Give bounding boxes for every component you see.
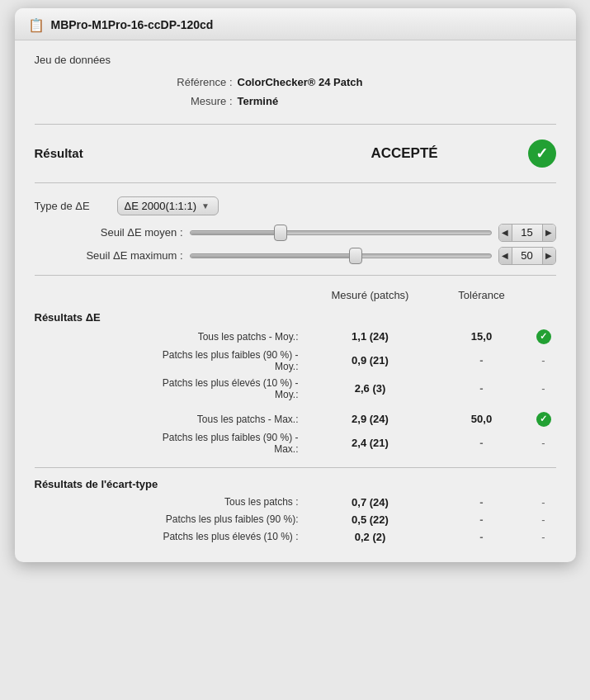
divider-2 bbox=[35, 182, 556, 183]
std-section-title: Résultats de l'écart-type bbox=[35, 478, 556, 490]
row-tolerance: 15,0 bbox=[432, 330, 531, 343]
row-tolerance: 50,0 bbox=[432, 413, 531, 425]
table-row: Tous les patchs - Max.: 2,9 (24) 50,0 ✓ bbox=[35, 409, 556, 429]
result-check-icon: ✓ bbox=[528, 140, 556, 168]
slider-max-value: 50 bbox=[512, 249, 542, 262]
row-label: Patchs les plus faibles (90 %) -Moy.: bbox=[35, 349, 309, 372]
delta-e-dropdown[interactable]: ΔE 2000(1:1:1) ▼ bbox=[117, 196, 219, 215]
row-status: ✓ bbox=[531, 412, 556, 427]
slider-mean-label: Seuil ΔE moyen : bbox=[35, 226, 183, 239]
slider-max-track[interactable] bbox=[190, 253, 492, 258]
title-bar: 📋 MBPro-M1Pro-16-ccDP-120cd bbox=[15, 8, 576, 40]
row-status: - bbox=[531, 354, 556, 367]
row-label: Patchs les plus élevés (10 %) : bbox=[35, 531, 309, 542]
row-tolerance: - bbox=[432, 354, 531, 367]
row-measured: 0,5 (22) bbox=[309, 513, 432, 526]
row-status: - bbox=[531, 496, 556, 508]
row-check-icon: ✓ bbox=[536, 412, 551, 427]
slider-max-row: Seuil ΔE maximum : ◀ 50 ▶ bbox=[35, 247, 556, 265]
row-measured: 2,9 (24) bbox=[309, 413, 432, 425]
divider-1 bbox=[35, 124, 556, 125]
delta-e-dropdown-value: ΔE 2000(1:1:1) bbox=[125, 200, 196, 212]
table-row: Patchs les plus faibles (90 %): 0,5 (22)… bbox=[35, 511, 556, 528]
slider-max-decrement[interactable]: ◀ bbox=[499, 247, 512, 265]
row-measured: 1,1 (24) bbox=[309, 330, 432, 343]
table-row: Patchs les plus faibles (90 %) -Max.: 2,… bbox=[35, 429, 556, 457]
content-area: Jeu de données Référence : ColorChecker®… bbox=[15, 40, 576, 562]
delta-e-label: Type de ΔE bbox=[35, 200, 109, 212]
slider-max-fill bbox=[191, 254, 356, 258]
row-status: - bbox=[531, 382, 556, 395]
measure-label: Mesure : bbox=[68, 93, 233, 111]
col4-header bbox=[531, 289, 556, 301]
row-status: - bbox=[531, 531, 556, 543]
row-measured: 0,9 (21) bbox=[309, 354, 432, 367]
table-row: Tous les patchs - Moy.: 1,1 (24) 15,0 ✓ bbox=[35, 327, 556, 347]
dropdown-arrow-icon: ▼ bbox=[201, 201, 210, 210]
reference-label: Référence : bbox=[68, 74, 233, 92]
divider-3 bbox=[35, 275, 556, 276]
row-label: Tous les patchs : bbox=[35, 496, 309, 508]
row-tolerance: - bbox=[432, 496, 531, 508]
window-icon: 📋 bbox=[28, 17, 45, 33]
table-row: Patchs les plus élevés (10 %) -Moy.: 2,6… bbox=[35, 375, 556, 403]
main-window: 📋 MBPro-M1Pro-16-ccDP-120cd Jeu de donné… bbox=[15, 8, 576, 562]
slider-mean-fill bbox=[191, 231, 281, 234]
row-label: Tous les patchs - Max.: bbox=[35, 414, 309, 425]
section-header: Jeu de données bbox=[35, 54, 556, 66]
result-row: Résultat ACCEPTÉ ✓ bbox=[35, 135, 556, 173]
measure-value: Terminé bbox=[238, 93, 556, 111]
col1-header bbox=[35, 289, 309, 301]
row-measured: 2,6 (3) bbox=[309, 382, 432, 395]
slider-mean-decrement[interactable]: ◀ bbox=[499, 224, 512, 242]
col2-header: Mesuré (patchs) bbox=[309, 289, 432, 301]
col3-header: Tolérance bbox=[432, 289, 531, 301]
row-check-icon: ✓ bbox=[536, 329, 551, 344]
slider-max-label: Seuil ΔE maximum : bbox=[35, 249, 183, 262]
row-label: Patchs les plus élevés (10 %) -Moy.: bbox=[35, 377, 309, 400]
row-tolerance: - bbox=[432, 382, 531, 395]
slider-mean-value: 15 bbox=[512, 226, 542, 239]
table-row: Patchs les plus élevés (10 %) : 0,2 (2) … bbox=[35, 528, 556, 546]
row-status: - bbox=[531, 437, 556, 449]
slider-mean-stepper[interactable]: ◀ 15 ▶ bbox=[498, 224, 556, 242]
row-status: ✓ bbox=[531, 329, 556, 344]
row-tolerance: - bbox=[432, 437, 531, 449]
row-tolerance: - bbox=[432, 513, 531, 526]
row-measured: 0,2 (2) bbox=[309, 531, 432, 543]
row-measured: 0,7 (24) bbox=[309, 496, 432, 508]
table-row: Tous les patchs : 0,7 (24) - - bbox=[35, 494, 556, 511]
row-label: Tous les patchs - Moy.: bbox=[35, 331, 309, 343]
results-header-row: Mesuré (patchs) Tolérance bbox=[35, 286, 556, 305]
result-value: ACCEPTÉ bbox=[281, 145, 528, 162]
divider-4 bbox=[35, 467, 556, 468]
window-title: MBPro-M1Pro-16-ccDP-120cd bbox=[51, 18, 214, 31]
row-label: Patchs les plus faibles (90 %) -Max.: bbox=[35, 432, 309, 455]
slider-max-stepper[interactable]: ◀ 50 ▶ bbox=[498, 247, 556, 265]
reference-value: ColorChecker® 24 Patch bbox=[238, 74, 556, 92]
row-tolerance: - bbox=[432, 531, 531, 543]
delta-e-type-row: Type de ΔE ΔE 2000(1:1:1) ▼ bbox=[35, 193, 556, 219]
slider-max-increment[interactable]: ▶ bbox=[542, 247, 555, 265]
data-grid: Référence : ColorChecker® 24 Patch Mesur… bbox=[68, 74, 556, 111]
slider-max-thumb[interactable] bbox=[349, 248, 362, 264]
row-measured: 2,4 (21) bbox=[309, 437, 432, 449]
slider-mean-thumb[interactable] bbox=[274, 225, 287, 241]
slider-mean-increment[interactable]: ▶ bbox=[542, 224, 555, 242]
slider-mean-track[interactable] bbox=[190, 230, 492, 235]
row-status: - bbox=[531, 513, 556, 526]
slider-mean-row: Seuil ΔE moyen : ◀ 15 ▶ bbox=[35, 224, 556, 242]
result-label: Résultat bbox=[35, 146, 281, 160]
table-row: Patchs les plus faibles (90 %) -Moy.: 0,… bbox=[35, 347, 556, 375]
delta-section-title: Résultats ΔE bbox=[35, 311, 556, 324]
results-section: Mesuré (patchs) Tolérance Résultats ΔE T… bbox=[35, 286, 556, 546]
row-label: Patchs les plus faibles (90 %): bbox=[35, 513, 309, 525]
